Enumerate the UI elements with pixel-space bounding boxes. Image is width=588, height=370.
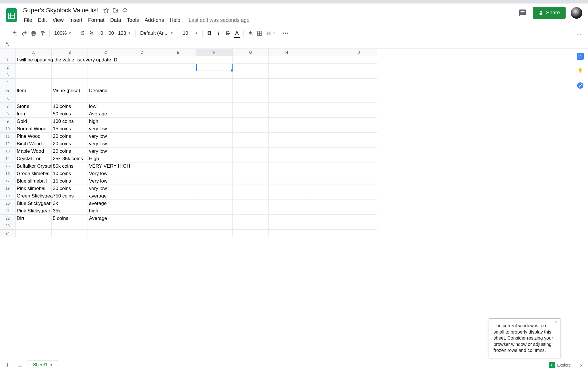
formula-input[interactable] <box>15 40 588 49</box>
cell-G19[interactable] <box>233 192 269 200</box>
cell-I20[interactable] <box>305 200 341 207</box>
cell-D2[interactable] <box>124 64 160 71</box>
cell-I9[interactable] <box>305 118 341 125</box>
cell-E2[interactable] <box>160 64 196 71</box>
calendar-sidebar-icon[interactable]: 31 <box>577 53 584 60</box>
cell-C21[interactable]: high <box>88 207 124 215</box>
cell-G10[interactable] <box>233 125 269 133</box>
cell-B17[interactable]: 15 coins <box>52 177 88 185</box>
cell-I6[interactable] <box>305 95 341 103</box>
cell-I17[interactable] <box>305 177 341 185</box>
decrease-decimal-button[interactable]: .0← <box>97 29 105 38</box>
cell-G15[interactable] <box>233 162 269 170</box>
cloud-status-icon[interactable] <box>122 7 127 13</box>
cell-B7[interactable]: 10 coins <box>52 103 88 110</box>
cell-H11[interactable] <box>269 133 305 140</box>
cell-A9[interactable]: Gold <box>16 118 52 125</box>
cell-H2[interactable] <box>269 64 305 71</box>
cell-F8[interactable] <box>196 110 233 118</box>
cell-H12[interactable] <box>269 140 305 148</box>
cell-H9[interactable] <box>269 118 305 125</box>
cell-A4[interactable] <box>16 79 52 86</box>
zoom-dropdown[interactable]: 100% ▼ <box>52 30 74 36</box>
menu-add-ons[interactable]: Add-ons <box>142 16 167 24</box>
cell-H4[interactable] <box>269 79 305 86</box>
column-header-B[interactable]: B <box>52 49 88 56</box>
cell-G24[interactable] <box>233 230 269 237</box>
cell-J3[interactable] <box>341 71 377 79</box>
move-icon[interactable] <box>113 7 118 13</box>
column-header-G[interactable]: G <box>233 49 269 56</box>
cell-I11[interactable] <box>305 133 341 140</box>
cell-B5[interactable]: Value (price) <box>52 86 88 95</box>
cell-G5[interactable] <box>233 86 269 95</box>
cell-C12[interactable]: very low <box>88 140 124 148</box>
tabs-scroll-right-button[interactable]: › <box>577 362 586 368</box>
row-header-10[interactable]: 10 <box>0 125 16 133</box>
cell-G12[interactable] <box>233 140 269 148</box>
cell-H16[interactable] <box>269 170 305 177</box>
redo-button[interactable] <box>20 29 29 38</box>
row-header-22[interactable]: 22 <box>0 215 16 222</box>
cell-F23[interactable] <box>196 222 233 230</box>
cell-I3[interactable] <box>305 71 341 79</box>
column-header-J[interactable]: J <box>341 49 377 56</box>
cell-I16[interactable] <box>305 170 341 177</box>
cell-B22[interactable]: 5 coins <box>52 215 88 222</box>
cell-A13[interactable]: Maple Wood <box>16 148 52 155</box>
cell-C20[interactable]: average <box>88 200 124 207</box>
cell-H5[interactable] <box>269 86 305 95</box>
cell-F1[interactable] <box>196 56 233 64</box>
cell-B3[interactable] <box>52 71 88 79</box>
cell-G1[interactable] <box>233 56 269 64</box>
cell-E10[interactable] <box>160 125 196 133</box>
menu-help[interactable]: Help <box>167 16 183 24</box>
cell-B14[interactable]: 25k-35k coins <box>52 155 88 162</box>
row-header-17[interactable]: 17 <box>0 177 16 185</box>
column-header-D[interactable]: D <box>124 49 160 56</box>
row-header-8[interactable]: 8 <box>0 110 16 118</box>
cell-A7[interactable]: Stone <box>16 103 52 110</box>
cell-D20[interactable] <box>124 200 160 207</box>
row-header-20[interactable]: 20 <box>0 200 16 207</box>
cell-A15[interactable]: Buffalkor Crystal <box>16 162 52 170</box>
cell-G18[interactable] <box>233 185 269 192</box>
menu-file[interactable]: File <box>21 16 35 24</box>
cell-J19[interactable] <box>341 192 377 200</box>
cell-I24[interactable] <box>305 230 341 237</box>
cell-I13[interactable] <box>305 148 341 155</box>
cell-G6[interactable] <box>233 95 269 103</box>
cell-F6[interactable] <box>196 95 233 103</box>
cell-F12[interactable] <box>196 140 233 148</box>
menu-edit[interactable]: Edit <box>35 16 49 24</box>
cell-D9[interactable] <box>124 118 160 125</box>
cell-E24[interactable] <box>160 230 196 237</box>
cell-B23[interactable] <box>52 222 88 230</box>
cell-D8[interactable] <box>124 110 160 118</box>
cell-J4[interactable] <box>341 79 377 86</box>
cell-C6[interactable] <box>88 95 124 103</box>
bold-button[interactable]: B <box>205 29 214 38</box>
cell-B19[interactable]: 750 coins <box>52 192 88 200</box>
strikethrough-button[interactable]: S <box>223 29 232 38</box>
cell-A18[interactable]: Pink slimeball <box>16 185 52 192</box>
cell-A17[interactable]: Blue slimeball <box>16 177 52 185</box>
cell-C24[interactable] <box>88 230 124 237</box>
menu-view[interactable]: View <box>50 16 66 24</box>
cell-J18[interactable] <box>341 185 377 192</box>
cell-I4[interactable] <box>305 79 341 86</box>
menu-tools[interactable]: Tools <box>124 16 142 24</box>
cell-B24[interactable] <box>52 230 88 237</box>
cell-A14[interactable]: Crystal Iron <box>16 155 52 162</box>
cell-G22[interactable] <box>233 215 269 222</box>
font-size-dropdown[interactable]: 10 ▼ <box>180 30 200 36</box>
cell-G17[interactable] <box>233 177 269 185</box>
cell-E6[interactable] <box>160 95 196 103</box>
cell-G14[interactable] <box>233 155 269 162</box>
cell-G16[interactable] <box>233 170 269 177</box>
cell-C11[interactable]: very low <box>88 133 124 140</box>
cell-H14[interactable] <box>269 155 305 162</box>
cell-D21[interactable] <box>124 207 160 215</box>
cell-A23[interactable] <box>16 222 52 230</box>
cell-F10[interactable] <box>196 125 233 133</box>
